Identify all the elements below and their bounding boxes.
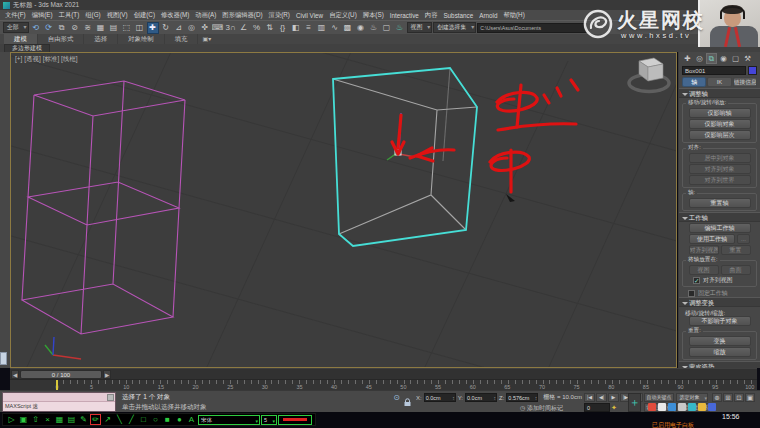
menu-item[interactable]: 脚本(S) xyxy=(360,11,387,20)
menu-item[interactable]: 工具(T) xyxy=(56,11,83,20)
project-path-field[interactable]: C:\Users\Asus\Documents xyxy=(477,23,587,33)
tray-icon-tray-3[interactable] xyxy=(668,403,676,411)
annotation-tool-image[interactable]: ▦ xyxy=(54,414,65,425)
toolbar-icon-render-setup[interactable]: ♨ xyxy=(368,22,380,34)
playback-button-play[interactable]: ▶ xyxy=(608,393,619,402)
annotation-tool-save[interactable]: ▣ xyxy=(18,414,29,425)
menu-item[interactable]: Civil View xyxy=(293,12,326,19)
nav-button-zoom[interactable]: ⊕ xyxy=(712,393,722,402)
ribbon-config-icon[interactable]: ▣▾ xyxy=(198,34,215,44)
tray-icon-tray-4[interactable] xyxy=(678,403,686,411)
selection-set-dropdown[interactable]: 选定对象 xyxy=(676,393,708,402)
toolbar-icon-redo[interactable]: ⟳ xyxy=(43,22,55,34)
menu-item[interactable]: 修改器(M) xyxy=(158,11,192,20)
annotation-tool-open[interactable]: ▷ xyxy=(6,414,17,425)
reset-transform-button[interactable]: 变换 xyxy=(689,336,751,346)
track-bar[interactable]: 0510152025303540455055606570758085909510… xyxy=(10,379,757,390)
annotation-size-dropdown[interactable]: 5 xyxy=(261,415,277,425)
command-tab-create[interactable]: ✚ xyxy=(682,53,693,64)
listener-resize-handle[interactable] xyxy=(107,394,114,401)
x-coordinate-field[interactable]: 0.0cm xyxy=(424,393,456,402)
toolbar-icon-bind-spacewarp[interactable]: ≋ xyxy=(82,22,94,34)
annotation-color-swatch[interactable] xyxy=(278,415,312,425)
command-tab-hierarchy[interactable]: ⧉ xyxy=(706,53,717,64)
ribbon-tab[interactable]: 建模 xyxy=(4,34,38,44)
toolbar-icon-select-rotate[interactable]: ↻ xyxy=(160,22,172,34)
toolbar-icon-angle-snap[interactable]: ∠ xyxy=(238,22,250,34)
place-surface-button[interactable]: 曲面 xyxy=(721,265,751,275)
tab-polygon-modeling[interactable]: 多边形建模 xyxy=(4,44,50,52)
menu-item[interactable]: 创建(C) xyxy=(131,11,158,20)
toolbar-icon-use-pivot-center[interactable]: ◎ xyxy=(186,22,198,34)
rollout-adjust-pivot[interactable]: 调整轴 xyxy=(679,88,760,98)
center-to-object-button[interactable]: 居中到对象 xyxy=(689,153,751,163)
affect-object-only-button[interactable]: 仅影响对象 xyxy=(689,119,751,129)
annotation-tool-folder[interactable]: ▤ xyxy=(66,414,77,425)
selection-filter-dropdown[interactable]: 全部 xyxy=(3,22,29,33)
menu-item[interactable]: 视图(V) xyxy=(104,11,131,20)
rollout-adjust-transform[interactable]: 调整变换 xyxy=(679,297,760,307)
place-view-button[interactable]: 视图 xyxy=(689,265,719,275)
toolbar-icon-material-editor[interactable]: ◉ xyxy=(355,22,367,34)
annotation-tool-pen[interactable]: ✏ xyxy=(90,414,101,425)
align-to-object-button[interactable]: 对齐到对象 xyxy=(689,164,751,174)
maxscript-mini-listener[interactable]: MAXScript 迷 xyxy=(2,392,116,412)
tray-icon-tray-6[interactable] xyxy=(698,403,706,411)
toolbar-icon-spinner-snap[interactable]: ⇅ xyxy=(264,22,276,34)
reference-coordinate-dropdown[interactable]: 视图 xyxy=(407,22,433,33)
affect-pivot-only-button[interactable]: 仅影响轴 xyxy=(689,108,751,118)
edit-working-pivot-button[interactable]: 编辑工作轴 xyxy=(689,223,751,233)
reset-scale-button[interactable]: 缩放 xyxy=(689,347,751,357)
tab-ik[interactable]: IK xyxy=(707,77,731,87)
toolbar-icon-rendered-frame[interactable]: ▢ xyxy=(381,22,393,34)
toolbar-icon-curve-editor[interactable]: ∿ xyxy=(329,22,341,34)
tray-icon-tray-7[interactable] xyxy=(708,403,716,411)
toolbar-icon-undo[interactable]: ⟲ xyxy=(30,22,42,34)
playback-button-previous-frame[interactable]: ◀| xyxy=(596,393,607,402)
tray-icon-tray-2[interactable] xyxy=(658,403,666,411)
object-color-swatch[interactable] xyxy=(748,66,757,75)
time-slider-handle[interactable]: 0 / 100 xyxy=(20,370,102,379)
playback-button-go-to-start[interactable]: |◀ xyxy=(584,393,595,402)
annotation-tool-text[interactable]: A xyxy=(186,414,197,425)
reset-working-pivot-button[interactable]: 重置 xyxy=(721,245,751,255)
annotation-tool-rectangle[interactable]: □ xyxy=(138,414,149,425)
menu-item[interactable]: 编辑(E) xyxy=(29,11,56,20)
key-mode-icon[interactable]: ✦ xyxy=(611,403,617,412)
viewport-perspective[interactable]: [+] [透视] [标准] [线框] xyxy=(10,52,677,368)
object-name-field[interactable]: Box001 xyxy=(682,66,746,75)
menu-item[interactable]: Substance xyxy=(440,12,476,19)
tray-icon-tray-1[interactable] xyxy=(648,403,656,411)
toolbar-icon-select-by-name[interactable]: ▤ xyxy=(108,22,120,34)
menu-item[interactable]: 动画(A) xyxy=(192,11,219,20)
command-tab-modify[interactable]: ◎ xyxy=(694,53,705,64)
nav-button-zoom-extents[interactable]: ⊡ xyxy=(734,393,744,402)
auto-key-button[interactable]: 自动关键点 xyxy=(644,393,674,402)
fix-working-pivot-checkbox[interactable] xyxy=(688,290,695,297)
annotation-font-dropdown[interactable]: 宋体 xyxy=(198,415,260,425)
annotation-tool-filled-rectangle[interactable]: ■ xyxy=(162,414,173,425)
menu-item[interactable]: Arnold xyxy=(476,12,500,19)
annotation-tool-close[interactable]: × xyxy=(42,414,53,425)
toolbar-icon-select-link[interactable]: ⧉ xyxy=(56,22,68,34)
menu-item[interactable]: 文件(F) xyxy=(2,11,29,20)
annotation-tool-thin-line[interactable]: ╱ xyxy=(126,414,137,425)
toolbar-icon-schematic-view[interactable]: ▩ xyxy=(342,22,354,34)
toolbar-icon-select-object[interactable]: ▦ xyxy=(95,22,107,34)
toolbar-icon-select-manipulate[interactable]: ✜ xyxy=(199,22,211,34)
tray-icon-tray-5[interactable] xyxy=(688,403,696,411)
align-to-view-button[interactable]: 对齐到视图 xyxy=(689,245,719,255)
align-to-view-checkbox[interactable]: ✓ xyxy=(693,277,700,284)
ribbon-tab[interactable]: 对象绘制 xyxy=(118,34,165,44)
selection-lock-icon[interactable] xyxy=(403,393,412,402)
annotation-tool-upload[interactable]: ⇧ xyxy=(30,414,41,425)
command-tab-utilities[interactable]: ⚒ xyxy=(742,53,753,64)
command-tab-motion[interactable]: ◉ xyxy=(718,53,729,64)
set-keys-button[interactable]: ＋ xyxy=(628,393,641,412)
toolbar-icon-percent-snap[interactable]: % xyxy=(251,22,263,34)
annotation-tool-ellipse[interactable]: ○ xyxy=(150,414,161,425)
working-pivot-more-button[interactable]: ... xyxy=(737,234,750,244)
menu-item[interactable]: 帮助(H) xyxy=(500,11,527,20)
menu-item[interactable]: 自定义(U) xyxy=(326,11,360,20)
menu-item[interactable]: 图形编辑器(D) xyxy=(219,11,265,20)
